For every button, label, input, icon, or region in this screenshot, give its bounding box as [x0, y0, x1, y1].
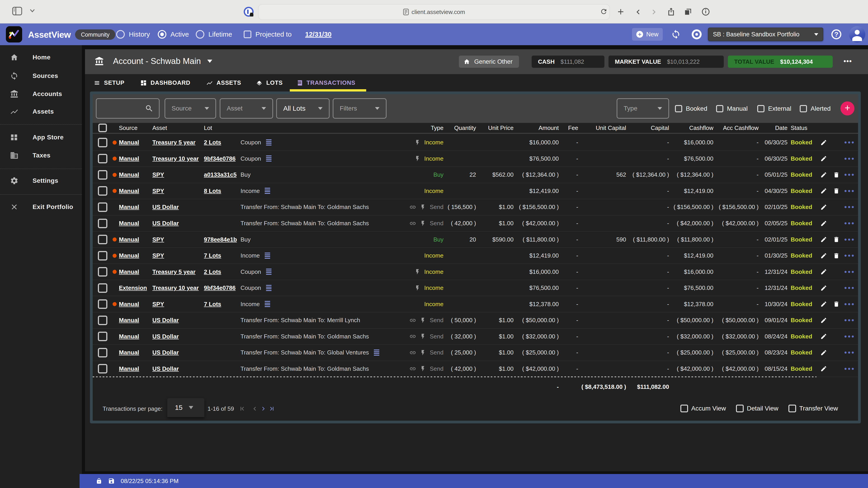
tab-assets[interactable]: ASSETS [206, 74, 241, 92]
tab-dashboard[interactable]: DASHBOARD [140, 74, 190, 92]
visibility-icon[interactable] [692, 29, 702, 39]
row-more-icon[interactable] [843, 368, 855, 370]
back-icon[interactable] [633, 7, 643, 17]
add-transaction-button[interactable]: + [840, 101, 855, 116]
edit-icon[interactable] [817, 285, 830, 291]
row-more-icon[interactable] [843, 335, 855, 337]
row-more-icon[interactable] [843, 222, 855, 224]
lot-link[interactable]: 9bf34e0786 [204, 155, 236, 162]
col-header-status[interactable]: Status [787, 125, 814, 131]
sync-icon[interactable] [671, 29, 681, 39]
lot-list-icon[interactable] [266, 269, 272, 275]
row-more-icon[interactable] [843, 158, 855, 160]
tab-lots[interactable]: LOTS [256, 74, 283, 92]
row-more-icon[interactable] [843, 319, 855, 321]
help-icon[interactable]: ? [831, 29, 841, 39]
source-link[interactable]: Manual [119, 155, 139, 162]
row-more-icon[interactable] [843, 255, 855, 257]
delete-icon[interactable] [830, 171, 843, 178]
lot-list-icon[interactable] [266, 156, 272, 162]
asset-link[interactable]: US Dollar [152, 365, 179, 372]
row-more-icon[interactable] [843, 141, 855, 143]
source-link[interactable]: Manual [119, 188, 139, 194]
row-more-icon[interactable] [843, 238, 855, 240]
sidebar-item-taxes[interactable]: Taxes [0, 147, 82, 164]
sidebar-item-exit-portfolio[interactable]: Exit Portfolio [0, 198, 82, 216]
row-checkbox[interactable] [98, 283, 107, 293]
last-page-icon[interactable] [267, 405, 274, 413]
source-link[interactable]: Manual [119, 252, 139, 259]
row-more-icon[interactable] [843, 206, 855, 208]
col-header-acc-cashflow[interactable]: Acc Cashflow [713, 125, 758, 131]
asset-link[interactable]: US Dollar [152, 317, 179, 324]
row-checkbox[interactable] [98, 299, 107, 309]
source-link[interactable]: Manual [119, 365, 139, 372]
view-checkbox-detail-view[interactable]: Detail View [736, 396, 778, 421]
col-header-unit-price[interactable]: Unit Price [476, 125, 514, 131]
row-more-icon[interactable] [843, 271, 855, 273]
col-header-fee[interactable]: Fee [559, 125, 578, 131]
filter-dropdown-type[interactable]: Type [617, 98, 669, 119]
source-link[interactable]: Manual [119, 139, 139, 146]
asset-link[interactable]: Treasury 5 year [152, 139, 195, 146]
asset-link[interactable]: US Dollar [152, 349, 179, 356]
edit-icon[interactable] [817, 236, 830, 243]
tabs-icon[interactable] [684, 7, 692, 16]
lot-list-icon[interactable] [265, 301, 270, 307]
asset-link[interactable]: SPY [152, 301, 164, 307]
edit-icon[interactable] [817, 301, 830, 307]
edit-icon[interactable] [817, 204, 830, 210]
reload-icon[interactable] [600, 8, 608, 15]
filter-dropdown-source[interactable]: Source [164, 98, 216, 119]
lot-link[interactable]: 9bf34e0786 [204, 285, 236, 291]
edit-icon[interactable] [817, 220, 830, 227]
browser-sidebar-chevron-icon[interactable] [30, 9, 35, 13]
url-field[interactable]: client.assetview.com [258, 4, 610, 20]
col-header-unit-capital[interactable]: Unit Capital [578, 125, 626, 131]
source-link[interactable]: Manual [119, 268, 139, 275]
time-filter-radio-history[interactable]: History [116, 24, 150, 45]
browser-sidebar-icon[interactable] [12, 7, 22, 15]
filter-dropdown-filters[interactable]: Filters [333, 98, 386, 119]
asset-link[interactable]: Treasury 10 year [152, 155, 199, 162]
source-link[interactable]: Manual [119, 317, 139, 324]
source-link[interactable]: Manual [119, 349, 139, 356]
asset-link[interactable]: SPY [152, 252, 164, 259]
lot-list-icon[interactable] [265, 253, 270, 259]
row-checkbox[interactable] [98, 154, 107, 163]
sidebar-item-home[interactable]: Home [0, 48, 82, 66]
filter-dropdown-asset[interactable]: Asset [220, 98, 273, 119]
lot-link[interactable]: 2 Lots [204, 268, 221, 275]
col-header-capital[interactable]: Capital [626, 125, 669, 131]
new-button[interactable]: + New [632, 28, 663, 41]
account-title[interactable]: Account - Schwab Main [113, 57, 212, 66]
col-header-amount[interactable]: Amount [514, 125, 559, 131]
lot-link[interactable]: a0133a31c5 [204, 171, 237, 178]
asset-link[interactable]: Treasury 5 year [152, 268, 195, 275]
app-logo[interactable] [6, 26, 22, 42]
row-more-icon[interactable] [843, 190, 855, 192]
delete-icon[interactable] [830, 252, 843, 259]
delete-icon[interactable] [830, 188, 843, 194]
edit-icon[interactable] [817, 155, 830, 162]
edit-icon[interactable] [817, 333, 830, 340]
col-header-quantity[interactable]: Quantity [443, 125, 476, 131]
per-page-select[interactable]: 15 [167, 398, 204, 417]
row-checkbox[interactable] [98, 251, 107, 260]
filter-checkbox-external[interactable]: External [757, 94, 792, 123]
source-link[interactable]: Manual [119, 220, 139, 227]
row-checkbox[interactable] [98, 364, 107, 373]
prev-page-icon[interactable] [251, 405, 258, 413]
edit-icon[interactable] [817, 268, 830, 275]
sidebar-item-app-store[interactable]: App Store [0, 128, 82, 147]
lot-list-icon[interactable] [266, 139, 272, 146]
edit-icon[interactable] [817, 252, 830, 259]
edit-icon[interactable] [817, 365, 830, 372]
asset-link[interactable]: US Dollar [152, 203, 179, 210]
source-link[interactable]: Manual [119, 333, 139, 340]
delete-icon[interactable] [830, 301, 843, 307]
source-link[interactable]: Extension [119, 285, 147, 291]
lot-link[interactable]: 7 Lots [204, 252, 221, 259]
lot-link[interactable]: 2 Lots [204, 139, 221, 146]
site-profile-icon[interactable] [244, 7, 254, 17]
